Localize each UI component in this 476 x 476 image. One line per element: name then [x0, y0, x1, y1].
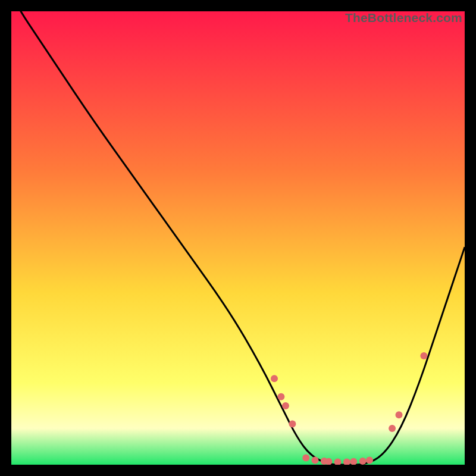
data-marker [343, 458, 350, 465]
data-marker [282, 402, 289, 409]
data-marker [350, 458, 357, 465]
chart-frame: TheBottleneck.com [11, 11, 465, 465]
data-marker [271, 375, 278, 382]
data-marker [359, 458, 367, 465]
data-marker [420, 352, 427, 359]
data-marker [389, 425, 396, 432]
bottleneck-curve [11, 11, 465, 465]
data-marker [366, 456, 373, 464]
data-marker [277, 393, 284, 400]
data-marker [289, 420, 296, 427]
data-marker [302, 455, 309, 462]
data-marker [396, 411, 403, 418]
data-marker [312, 456, 319, 464]
data-marker [334, 458, 342, 465]
